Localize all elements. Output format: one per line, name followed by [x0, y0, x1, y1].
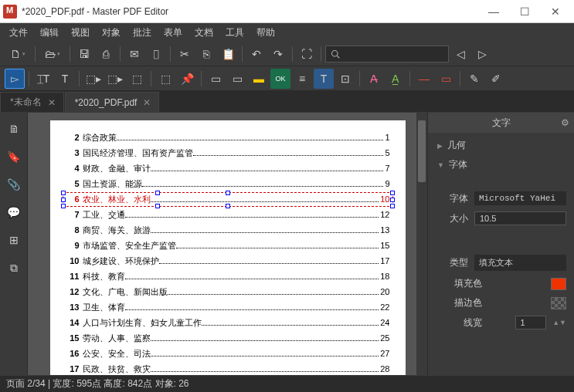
redo-button[interactable]: ↷ [268, 44, 288, 64]
underline-tool[interactable]: A̲ [385, 69, 406, 89]
geometry-section[interactable]: ▶几何 [428, 136, 574, 155]
select-tool[interactable]: ▻ [5, 69, 25, 89]
pencil-tool[interactable]: ✎ [464, 69, 484, 89]
resize-handle[interactable] [390, 191, 395, 195]
size-input[interactable] [474, 211, 566, 225]
toc-row[interactable]: 5 国土资源、能源9 [66, 178, 390, 190]
toc-dots [151, 356, 379, 357]
fill-color-swatch[interactable] [551, 278, 566, 290]
tab-close-icon[interactable]: ✕ [143, 97, 151, 108]
crop-tool[interactable]: ⬚ [155, 69, 175, 89]
callout-tool[interactable]: ▭ [227, 69, 247, 89]
search-next-button[interactable]: ▷ [472, 44, 492, 64]
font-value[interactable]: Microsoft YaHei [474, 191, 566, 205]
save-button[interactable]: 🖫 [74, 44, 94, 64]
toc-row[interactable]: 14 人口与计划生育、妇女儿童工作24 [66, 317, 390, 329]
scrollbar-vertical[interactable] [416, 113, 427, 375]
search-prev-button[interactable]: ◁ [450, 44, 470, 64]
resize-handle[interactable] [155, 204, 160, 208]
bookmarks-button[interactable]: 🔖 [2, 145, 25, 168]
line-tool[interactable]: — [414, 69, 434, 89]
open-button[interactable]: 🗁▾ [39, 44, 66, 64]
resize-handle[interactable] [155, 191, 160, 195]
type-value[interactable]: 填充文本 [474, 255, 566, 271]
link-tool[interactable]: ⬚▸ [105, 69, 125, 89]
attachments-button[interactable]: 📎 [2, 173, 25, 196]
menu-对象[interactable]: 对象 [96, 25, 127, 41]
toc-row[interactable]: 16 公安、安全、司法27 [66, 348, 390, 360]
toc-row[interactable]: 6 农业、林业、水利10 [66, 194, 390, 205]
document-tab[interactable]: *未命名✕ [0, 92, 64, 112]
textbox-tool[interactable]: ⬚▸ [83, 69, 104, 89]
text-tool[interactable]: T [55, 69, 75, 89]
menu-帮助[interactable]: 帮助 [250, 25, 281, 41]
document-tab[interactable]: *2020_PDF.pdf✕ [65, 92, 160, 112]
menu-批注[interactable]: 批注 [127, 25, 158, 41]
menu-视图[interactable]: 视图 [65, 25, 96, 41]
stroke-color-swatch[interactable] [551, 297, 566, 309]
resize-handle[interactable] [226, 204, 230, 208]
search-input[interactable] [325, 46, 449, 63]
toc-row[interactable]: 10 城乡建设、环境保护17 [66, 255, 390, 267]
form-check-tool[interactable]: ⊡ [335, 69, 355, 89]
menu-编辑[interactable]: 编辑 [34, 25, 65, 41]
menu-表单[interactable]: 表单 [158, 25, 189, 41]
toc-row[interactable]: 9 市场监管、安全生产监管15 [66, 240, 390, 252]
close-button[interactable]: ✕ [540, 1, 571, 22]
eraser-tool[interactable]: ✐ [486, 69, 506, 89]
text-edit-tool[interactable]: ⌶T [33, 69, 53, 89]
toc-number: 8 [66, 225, 80, 235]
email-button[interactable]: ✉ [124, 44, 144, 64]
strikeout-tool[interactable]: A̶ [364, 69, 384, 89]
maximize-button[interactable]: ☐ [509, 1, 540, 22]
paste-button[interactable]: 📋 [218, 44, 238, 64]
toc-label: 公安、安全、司法 [83, 348, 151, 360]
rect-tool[interactable]: ▭ [436, 69, 456, 89]
menu-文件[interactable]: 文件 [3, 25, 34, 41]
toc-row[interactable]: 4 财政、金融、审计7 [66, 163, 390, 174]
fields-button[interactable]: ⊞ [2, 228, 25, 252]
tab-close-icon[interactable]: ✕ [48, 97, 56, 108]
toc-row[interactable]: 11 科技、教育18 [66, 271, 390, 282]
scan-button[interactable]: ⌷ [146, 44, 166, 64]
resize-handle[interactable] [61, 204, 66, 208]
toc-row[interactable]: 13 卫生、体育22 [66, 302, 390, 313]
font-label: 字体 [436, 192, 468, 205]
font-section[interactable]: ▼字体 [428, 155, 574, 174]
toc-row[interactable]: 3 国民经济管理、国有资产监管5 [66, 147, 390, 159]
statusbar: 页面 2/34 | 宽度: 595点 高度: 842点 对象: 26 [0, 375, 574, 392]
area-tool[interactable]: ⬚ [127, 69, 147, 89]
note-tool[interactable]: ▭ [205, 69, 226, 89]
copy-button[interactable]: ⎘ [196, 44, 216, 64]
form-button-tool[interactable]: OK [270, 69, 290, 89]
menu-文档[interactable]: 文档 [189, 25, 219, 41]
resize-handle[interactable] [226, 191, 230, 195]
resize-handle[interactable] [390, 204, 395, 208]
document-viewport[interactable]: 2 综合政策13 国民经济管理、国有资产监管54 财政、金融、审计75 国土资源… [28, 113, 427, 375]
toc-row[interactable]: 2 综合政策1 [66, 132, 390, 144]
highlight-tool[interactable]: ▬ [249, 69, 269, 89]
fit-button[interactable]: ⛶ [297, 44, 317, 64]
thumbnails-button[interactable]: 🗎 [2, 117, 25, 140]
toc-row[interactable]: 17 民政、扶贫、救灾28 [66, 363, 390, 375]
pin-tool[interactable]: 📌 [177, 69, 197, 89]
resize-handle[interactable] [390, 198, 395, 202]
comments-button[interactable]: 💬 [2, 201, 25, 224]
form-text-tool[interactable]: T [314, 69, 334, 89]
toc-row[interactable]: 12 文化、广电、新闻出版20 [66, 286, 390, 298]
undo-button[interactable]: ↶ [246, 44, 267, 64]
toc-row[interactable]: 7 工业、交通12 [66, 209, 390, 221]
toc-label: 农业、林业、水利 [83, 194, 151, 205]
print-button[interactable]: ⎙ [96, 44, 116, 64]
linewidth-input[interactable] [515, 316, 547, 329]
toc-row[interactable]: 15 劳动、人事、监察25 [66, 333, 390, 344]
menu-工具[interactable]: 工具 [219, 25, 250, 41]
form-list-tool[interactable]: ≡ [292, 69, 312, 89]
panel-settings-icon[interactable]: ⚙ [561, 117, 569, 128]
layers-button[interactable]: ⧉ [2, 256, 25, 279]
cut-button[interactable]: ✂ [175, 44, 195, 64]
minimize-button[interactable]: — [478, 1, 509, 22]
new-doc-button[interactable]: 🗋▾ [5, 44, 31, 64]
toc-row[interactable]: 8 商贸、海关、旅游13 [66, 225, 390, 236]
pdf-page[interactable]: 2 综合政策13 国民经济管理、国有资产监管54 财政、金融、审计75 国土资源… [50, 120, 406, 375]
